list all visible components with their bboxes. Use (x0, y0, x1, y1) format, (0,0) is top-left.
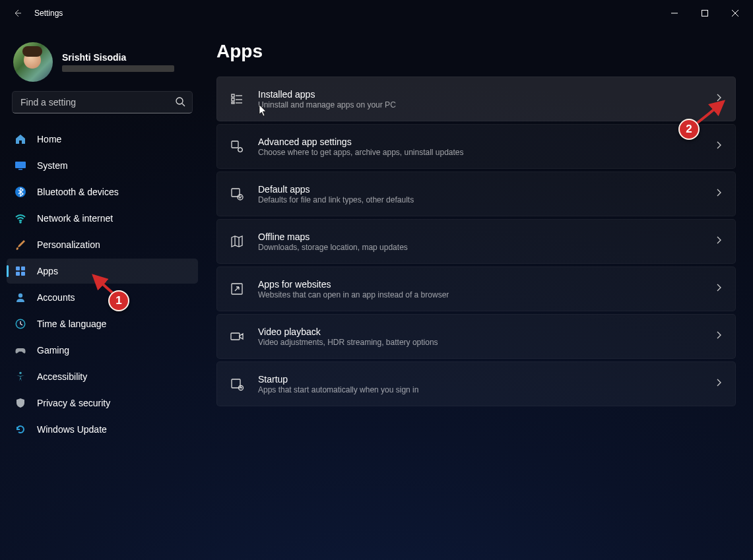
brush-icon (15, 239, 26, 251)
svg-point-4 (176, 98, 183, 104)
svg-rect-7 (18, 169, 22, 170)
sidebar-item-system[interactable]: System (7, 153, 198, 178)
sidebar-item-bluetooth[interactable]: Bluetooth & devices (7, 179, 198, 204)
apps-icon (15, 265, 26, 277)
chevron-right-icon (714, 378, 723, 390)
nav-label: Personalization (37, 239, 100, 250)
svg-point-9 (20, 222, 21, 223)
svg-rect-19 (232, 98, 234, 101)
back-button[interactable] (3, 0, 32, 26)
maps-icon (229, 234, 245, 249)
advanced-settings-icon (229, 139, 245, 154)
card-title: Startup (258, 374, 701, 385)
update-icon (15, 423, 26, 435)
sidebar-item-windows-update[interactable]: Windows Update (7, 417, 198, 442)
sidebar-item-personalization[interactable]: Personalization (7, 232, 198, 257)
search-input[interactable] (20, 97, 168, 108)
chevron-right-icon (714, 283, 723, 295)
nav-label: Bluetooth & devices (37, 187, 119, 197)
card-startup[interactable]: Startup Apps that start automatically wh… (216, 361, 736, 406)
chevron-right-icon (714, 330, 723, 342)
svg-point-17 (19, 372, 22, 375)
sidebar-item-home[interactable]: Home (7, 127, 198, 152)
shield-icon (15, 397, 26, 409)
nav-label: Accessibility (37, 371, 87, 382)
card-title: Default apps (258, 184, 701, 195)
card-offline-maps[interactable]: Offline maps Downloads, storage location… (216, 219, 736, 264)
svg-rect-11 (21, 266, 25, 270)
window-title: Settings (32, 9, 63, 18)
nav-label: Accounts (37, 292, 75, 303)
svg-rect-29 (231, 333, 240, 340)
chevron-right-icon (714, 188, 723, 200)
card-sub: Uninstall and manage apps on your PC (258, 100, 701, 109)
search-box[interactable] (12, 91, 193, 113)
card-apps-for-websites[interactable]: Apps for websites Websites that can open… (216, 266, 736, 311)
card-title: Apps for websites (258, 279, 701, 290)
nav-label: Home (37, 134, 61, 144)
svg-rect-18 (232, 94, 234, 97)
sidebar-item-network[interactable]: Network & internet (7, 206, 198, 231)
sidebar-item-gaming[interactable]: Gaming (7, 338, 198, 363)
card-sub: Apps that start automatically when you s… (258, 385, 701, 394)
card-title: Offline maps (258, 232, 701, 242)
accounts-icon (15, 292, 26, 303)
card-sub: Defaults for file and link types, other … (258, 195, 701, 204)
nav-label: Gaming (37, 345, 69, 356)
svg-rect-20 (232, 102, 234, 104)
main-content: Apps Installed apps Uninstall and manage… (205, 26, 753, 560)
default-apps-icon (229, 187, 245, 201)
system-icon (15, 160, 26, 171)
titlebar: Settings (0, 0, 753, 26)
card-sub: Video adjustments, HDR streaming, batter… (258, 338, 701, 347)
svg-rect-12 (16, 272, 20, 276)
profile-subtext-redacted (62, 65, 174, 72)
svg-rect-6 (15, 162, 26, 168)
card-advanced-app-settings[interactable]: Advanced app settings Choose where to ge… (216, 124, 736, 169)
svg-rect-24 (232, 141, 238, 148)
chevron-right-icon (714, 235, 723, 247)
card-video-playback[interactable]: Video playback Video adjustments, HDR st… (216, 314, 736, 359)
accessibility-icon (15, 371, 26, 383)
card-sub: Websites that can open in an app instead… (258, 290, 701, 299)
nav-label: Network & internet (37, 213, 113, 224)
websites-icon (229, 282, 245, 296)
svg-rect-1 (702, 11, 708, 16)
installed-apps-icon (229, 92, 245, 106)
card-sub: Downloads, storage location, map updates (258, 243, 701, 252)
startup-icon (229, 377, 245, 391)
svg-line-5 (182, 104, 185, 106)
card-title: Video playback (258, 327, 701, 337)
nav-label: Windows Update (37, 424, 107, 435)
sidebar-item-time-language[interactable]: Time & language (7, 311, 198, 336)
maximize-button[interactable] (690, 0, 720, 26)
nav-label: Apps (37, 266, 58, 276)
card-installed-apps[interactable]: Installed apps Uninstall and manage apps… (216, 77, 736, 121)
nav-label: Privacy & security (37, 398, 110, 408)
settings-card-list: Installed apps Uninstall and manage apps… (216, 77, 736, 406)
video-icon (229, 329, 245, 344)
sidebar-item-accessibility[interactable]: Accessibility (7, 364, 198, 389)
card-default-apps[interactable]: Default apps Defaults for file and link … (216, 171, 736, 216)
svg-rect-10 (16, 266, 20, 270)
chevron-right-icon (714, 140, 723, 152)
svg-point-14 (18, 294, 22, 297)
search-icon (175, 96, 185, 109)
sidebar-item-privacy[interactable]: Privacy & security (7, 390, 198, 416)
minimize-button[interactable] (659, 0, 690, 26)
profile-block[interactable]: Srishti Sisodia (7, 37, 198, 91)
gamepad-icon (15, 344, 26, 356)
home-icon (15, 133, 26, 145)
clock-icon (15, 318, 26, 330)
annotation-marker-1: 1 (108, 290, 129, 311)
mouse-cursor (259, 104, 268, 117)
close-button[interactable] (720, 0, 750, 26)
profile-name: Srishti Sisodia (62, 52, 174, 63)
card-sub: Choose where to get apps, archive apps, … (258, 148, 701, 157)
nav-label: System (37, 160, 68, 171)
page-title: Apps (216, 41, 736, 62)
bluetooth-icon (15, 186, 26, 198)
card-title: Advanced app settings (258, 137, 701, 147)
card-title: Installed apps (258, 89, 701, 100)
wifi-icon (15, 212, 26, 224)
